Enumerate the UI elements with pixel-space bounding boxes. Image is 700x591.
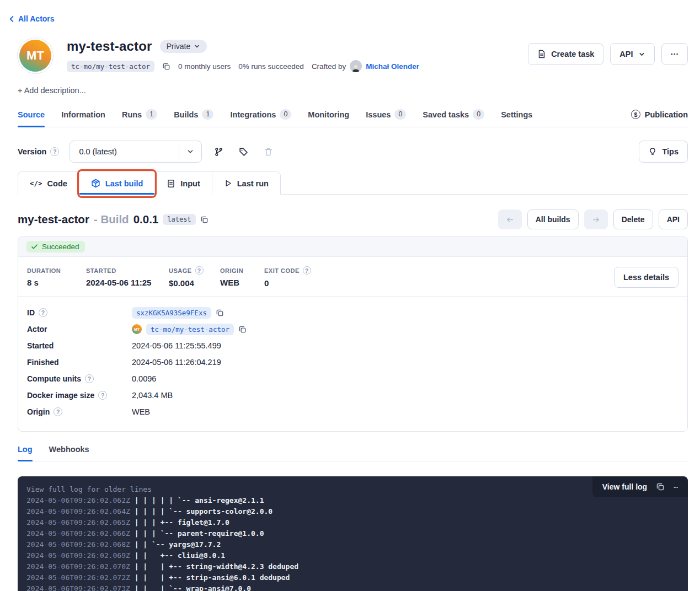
log-timestamp: 2024-05-06T09:26:02.065Z [26, 518, 130, 526]
all-builds-button[interactable]: All builds [527, 209, 579, 229]
tab-label: Integrations [230, 110, 276, 119]
author-link[interactable]: Michał Olender [366, 62, 419, 71]
api-dropdown-button[interactable]: API [610, 43, 654, 65]
stat-exit-code: EXIT CODE? 0 [264, 266, 311, 288]
subtab-code[interactable]: </> Code [18, 172, 79, 195]
header-actions: Create task API ⋯ [528, 43, 688, 65]
stat-value: $0.004 [169, 278, 220, 288]
chevron-down-icon [186, 148, 194, 155]
tab-publication[interactable]: $ Publication [631, 110, 688, 126]
detail-value: WEB [132, 407, 150, 416]
detail-row-finished: Finished 2024-05-06 11:26:04.219 [27, 354, 678, 370]
log-more-icon[interactable]: ⋯ [674, 483, 678, 491]
stat-started: STARTED 2024-05-06 11:25 [86, 267, 169, 287]
tag-button[interactable] [236, 144, 252, 160]
author-avatar [350, 60, 362, 72]
tab-label: Saved tasks [423, 110, 469, 119]
status-badge: Succeeded [26, 241, 85, 252]
help-icon[interactable]: ? [39, 308, 47, 317]
subtab-label: Input [180, 179, 200, 188]
more-actions-button[interactable]: ⋯ [661, 43, 688, 65]
log-line: 2024-05-06T09:26:02.062Z | | | | | `-- a… [26, 495, 688, 506]
help-icon[interactable]: ? [303, 266, 311, 275]
tab-information[interactable]: Information [61, 109, 105, 127]
tab-log[interactable]: Log [18, 445, 33, 461]
subtab-last-run[interactable]: Last run [212, 172, 280, 195]
log-tabs: Log Webhooks [18, 445, 688, 461]
log-line: 2024-05-06T09:26:02.066Z | | | `-- paren… [26, 528, 688, 539]
log-older-lines-note[interactable]: View full log for older lines [26, 484, 688, 495]
delete-build-button[interactable]: Delete [613, 209, 653, 229]
subtab-input[interactable]: Input [155, 172, 212, 195]
arrow-left-icon [506, 216, 514, 224]
build-title-row: my-test-actor - Build 0.0.1 latest All b… [18, 209, 688, 229]
document-icon [537, 50, 546, 58]
tab-monitoring[interactable]: Monitoring [308, 109, 349, 127]
tab-source[interactable]: Source [18, 109, 45, 127]
chevron-down-icon [638, 51, 645, 58]
tab-settings[interactable]: Settings [501, 109, 532, 127]
log-timestamp: 2024-05-06T09:26:02.068Z [26, 540, 130, 549]
detail-value: 2024-05-06 11:25:55.499 [132, 341, 221, 350]
build-api-button[interactable]: API [659, 209, 688, 229]
copy-build-id-icon[interactable] [216, 309, 224, 317]
prev-build-button[interactable] [498, 209, 522, 229]
log-timestamp: 2024-05-06T09:26:02.064Z [26, 507, 130, 515]
help-icon[interactable]: ? [50, 147, 59, 156]
create-task-button[interactable]: Create task [528, 43, 603, 65]
tips-button[interactable]: Tips [639, 141, 688, 163]
tab-label: Issues [366, 110, 391, 119]
log-timestamp: 2024-05-06T09:26:02.069Z [26, 551, 130, 560]
version-select[interactable]: 0.0 (latest) [70, 141, 202, 163]
tab-builds[interactable]: Builds1 [174, 109, 213, 127]
build-title-version: 0.0.1 [133, 213, 159, 226]
detail-row-started: Started 2024-05-06 11:25:55.499 [27, 337, 678, 354]
copy-actor-path-icon[interactable] [162, 62, 170, 71]
copy-log-icon[interactable] [656, 482, 665, 491]
runs-succeeded-stat: 0% runs succeeded [238, 62, 304, 71]
build-details-card: Succeeded DURATION 8 s STARTED 2024-05-0… [18, 237, 688, 432]
stat-label: USAGE [169, 267, 192, 274]
next-build-button[interactable] [584, 209, 608, 229]
less-details-button[interactable]: Less details [614, 267, 678, 288]
breadcrumb-all-actors[interactable]: All Actors [8, 14, 55, 23]
add-description-link[interactable]: + Add description... [18, 86, 86, 95]
log-timestamp: 2024-05-06T09:26:02.066Z [26, 529, 130, 538]
chevron-down-icon [194, 43, 200, 50]
copy-build-icon[interactable] [200, 216, 209, 224]
source-subtabs: </> Code Last build Input Last run [18, 171, 688, 195]
tab-runs[interactable]: Runs1 [122, 109, 157, 127]
copy-actor-icon[interactable] [238, 325, 247, 334]
crafted-by: Crafted by Michał Olender [312, 60, 419, 72]
view-full-log-link[interactable]: View full log [602, 482, 647, 491]
tab-saved-tasks[interactable]: Saved tasks0 [423, 109, 484, 127]
tab-webhooks[interactable]: Webhooks [49, 445, 89, 461]
detail-row-origin: Origin? WEB [27, 404, 678, 420]
log-message: | | `-- yargs@17.7.2 [130, 540, 221, 549]
log-toolbar: View full log ⋯ [592, 476, 688, 497]
log-timestamp: 2024-05-06T09:26:02.070Z [26, 562, 130, 571]
version-row: Version ? 0.0 (latest) Tips [18, 141, 688, 163]
log-message: | | | | `-- supports-color@2.0.0 [130, 507, 272, 515]
subtab-last-build[interactable]: Last build [79, 172, 155, 195]
tab-issues[interactable]: Issues0 [366, 109, 406, 127]
visibility-dropdown[interactable]: Private [160, 40, 207, 53]
tab-integrations[interactable]: Integrations0 [230, 109, 291, 127]
log-message: | | | `-- parent-require@1.0.0 [130, 529, 264, 538]
help-icon[interactable]: ? [195, 266, 204, 275]
delete-version-button[interactable] [260, 144, 276, 160]
help-icon[interactable]: ? [98, 391, 107, 400]
create-task-label: Create task [551, 50, 594, 58]
actor-link-badge[interactable]: tc-mo/my-test-actor [146, 324, 234, 335]
detail-label: Docker image size [27, 391, 94, 400]
help-icon[interactable]: ? [54, 407, 62, 416]
git-branch-button[interactable] [211, 144, 227, 160]
main-tabs: Source Information Runs1 Builds1 Integra… [18, 109, 688, 127]
log-line: 2024-05-06T09:26:02.064Z | | | | `-- sup… [26, 506, 688, 517]
log-message: | | | | | `-- ansi-regex@2.1.1 [130, 496, 264, 504]
help-icon[interactable]: ? [85, 374, 94, 383]
stat-label: DURATION [27, 267, 61, 274]
page: All Actors MT my-test-actor Private tc-m… [0, 0, 700, 591]
actor-path-badge: tc-mo/my-test-actor [67, 61, 154, 72]
detail-row-id: ID? sxzKGK5A93Se9FExs [27, 304, 678, 321]
